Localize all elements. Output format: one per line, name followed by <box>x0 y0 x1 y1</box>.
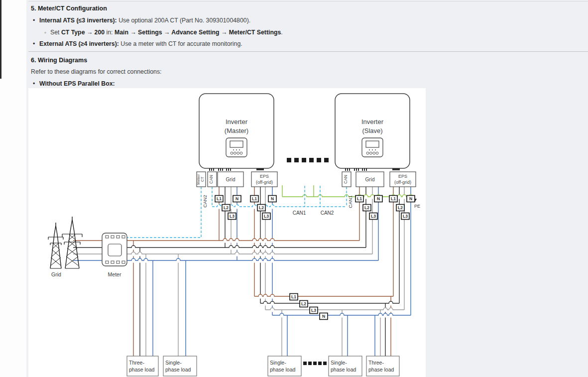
section5-subbullet: Set CT Type → 200 in: Main → Settings → … <box>50 29 283 36</box>
load-label: phase load <box>270 367 296 373</box>
bullet1-rest: Use optional 200A CT (Part No. 309301004… <box>117 17 250 24</box>
load-label: phase load <box>368 367 394 373</box>
can1-vertical-label: CAN1 <box>348 195 353 208</box>
svg-text:L1: L1 <box>291 294 296 299</box>
sub-end: . <box>281 29 282 36</box>
port-meter-ct: Meter/ CT <box>196 172 206 187</box>
can1-label: CAN1 <box>293 210 306 216</box>
load-label: Three- <box>129 360 144 366</box>
port-grid-slave-label: Grid <box>365 177 375 182</box>
svg-text:N: N <box>377 196 380 201</box>
more-inverters-ellipsis <box>287 158 329 162</box>
svg-text:L3: L3 <box>311 308 316 313</box>
section5-bullet2: External ATS (≥4 inverters): Use a meter… <box>39 40 242 47</box>
load-label: Single- <box>331 360 347 366</box>
wire-tag: L3 <box>262 213 270 220</box>
wire-tag: L3 <box>310 307 318 314</box>
wire-tag: L2 <box>363 205 371 211</box>
inverter-master-label1: Inverter <box>226 118 248 126</box>
load-label: phase load <box>165 367 191 373</box>
inverter-master: Inverter (Master) <box>199 94 274 171</box>
port-grid-master: Grid <box>218 172 243 187</box>
inverter-slave: Inverter (Slave) <box>335 94 410 171</box>
wire-tag: L2 <box>257 205 265 211</box>
svg-text:L2: L2 <box>259 205 264 210</box>
wire-tag: L3 <box>228 213 236 220</box>
sub-pre: Set <box>50 29 61 36</box>
inverter-slave-label2: (Slave) <box>362 127 382 134</box>
port-can-slave: CAN <box>342 172 351 187</box>
svg-text:L2: L2 <box>398 205 403 210</box>
section-divider <box>28 51 588 52</box>
bullet1-bold: Internal ATS (≤3 inverters): <box>39 17 117 24</box>
load-label: phase load <box>331 367 356 373</box>
port-grid-master-label: Grid <box>226 177 235 182</box>
section6-intro: Refer to these diagrams for correct conn… <box>31 68 161 75</box>
wire-tag: L2 <box>222 205 230 211</box>
port-meter-ct-label2: CT <box>200 177 205 182</box>
load-box-three-phase-left: Three- phase load <box>127 356 158 376</box>
port-grid-slave: Grid <box>356 172 384 187</box>
bullet2-rest: Use a meter with CT for accurate monitor… <box>119 40 242 47</box>
load-box-three-phase-right: Three- phase load <box>366 356 399 376</box>
meter-caption: Meter <box>108 271 121 277</box>
wire-tag: L2 <box>300 301 308 307</box>
left-gutter <box>0 0 26 377</box>
left-edge-bar <box>0 0 1 79</box>
meter <box>102 233 127 266</box>
svg-text:L1: L1 <box>357 196 362 201</box>
port-can-slave-label: CAN <box>343 175 348 184</box>
wire-tag: N <box>407 196 415 202</box>
svg-text:L3: L3 <box>230 214 235 219</box>
wire-tag: N <box>374 196 382 202</box>
sub-bold2: Main → Settings → Advance Setting → Mete… <box>115 29 281 36</box>
svg-text:L2: L2 <box>301 301 306 306</box>
port-eps-slave-label1: EPS <box>398 174 407 179</box>
wire-tag: L1 <box>290 294 298 300</box>
display-panel-icon <box>362 138 383 157</box>
svg-text:L1: L1 <box>252 196 257 201</box>
svg-text:N: N <box>322 314 325 319</box>
wiring-diagram: Inverter (Master) Inverter (Slave) <box>28 88 426 377</box>
svg-text:L2: L2 <box>364 205 369 210</box>
wire-tag: L2 <box>396 205 404 211</box>
wire-tag: L1 <box>389 196 397 202</box>
wire-tag: L1 <box>215 196 223 202</box>
wire-tag: N <box>268 196 276 202</box>
port-eps-slave-label2: (off-grid) <box>394 180 411 185</box>
load-label: Single- <box>270 360 286 366</box>
load-box-single-phase-2: Single- phase load <box>268 356 301 376</box>
wire-tag: N <box>233 196 241 202</box>
bullet-dot: • <box>33 40 35 47</box>
section5-title: 5. Meter/CT Configuration <box>31 5 107 12</box>
loads-ellipsis <box>303 362 327 365</box>
wire-tag: L1 <box>250 196 258 202</box>
wire-tag: L3 <box>401 213 409 220</box>
display-panel-icon <box>226 138 247 157</box>
load-label: phase load <box>129 367 155 373</box>
port-eps-slave: EPS (off-grid) <box>390 172 416 187</box>
section6-bullet-bold: Without EPS Parallel Box: <box>39 80 115 87</box>
wire-tag: L3 <box>369 213 377 220</box>
port-can-master: CAN <box>208 172 217 187</box>
section6-bullet: Without EPS Parallel Box: <box>39 80 115 87</box>
load-box-single-phase-3: Single- phase load <box>329 356 362 376</box>
sub-mid: in: <box>105 29 115 36</box>
svg-text:L3: L3 <box>403 214 408 219</box>
inverter-master-label2: (Master) <box>225 127 248 134</box>
load-box-single-phase-1: Single- phase load <box>163 356 197 376</box>
section5-bullet1: Internal ATS (≤3 inverters): Use optiona… <box>39 17 250 24</box>
svg-text:N: N <box>409 196 412 201</box>
meter-screen <box>108 244 121 256</box>
bullet-dot: • <box>33 17 35 24</box>
load-label: Three- <box>368 360 384 366</box>
port-eps-master-label2: (off-grid) <box>256 180 273 185</box>
load-label: Single- <box>165 360 182 366</box>
can2-vertical-label: CAN2 <box>202 195 208 207</box>
svg-text:L2: L2 <box>224 205 229 210</box>
bullet2-bold: External ATS (≥4 inverters): <box>39 40 119 47</box>
wire-tag: N <box>320 313 328 320</box>
port-eps-master: EPS (off-grid) <box>251 172 277 187</box>
can2-label: CAN2 <box>321 210 334 216</box>
grid-caption: Grid <box>51 271 61 277</box>
